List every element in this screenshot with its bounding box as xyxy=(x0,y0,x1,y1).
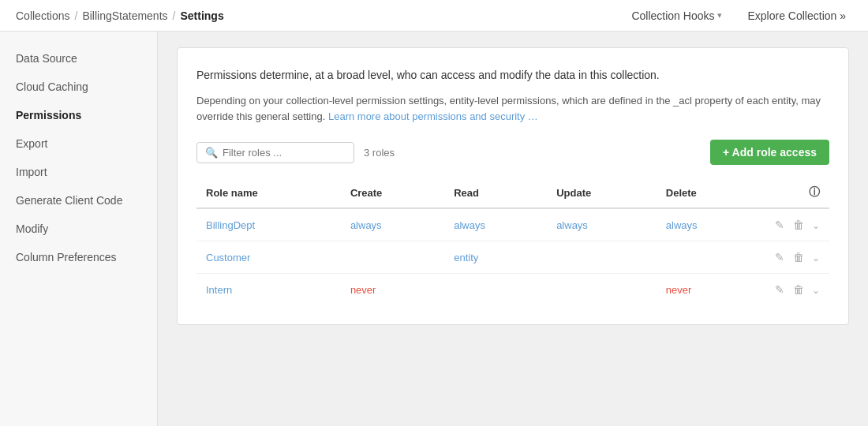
collection-hooks-btn[interactable]: Collection Hooks ▾ xyxy=(625,6,728,25)
search-icon: 🔍 xyxy=(205,147,218,159)
billingdept-actions: ✎ 🗑 ⌄ xyxy=(759,208,829,241)
desc-secondary: Depending on your collection-level permi… xyxy=(196,93,829,124)
billingdept-update: always xyxy=(547,208,657,241)
toolbar-left: 🔍 3 roles xyxy=(196,142,395,163)
sidebar: Data Source Cloud Caching Permissions Ex… xyxy=(0,32,158,426)
table-row: Customer entity ✎ 🗑 ⌄ xyxy=(196,241,829,274)
sidebar-item-cloud-caching[interactable]: Cloud Caching xyxy=(0,73,157,101)
main-layout: Data Source Cloud Caching Permissions Ex… xyxy=(0,32,868,426)
explore-collection-btn[interactable]: Explore Collection » xyxy=(741,6,852,25)
sidebar-item-data-source[interactable]: Data Source xyxy=(0,44,157,73)
delete-icon[interactable]: 🗑 xyxy=(793,219,804,231)
edit-icon[interactable]: ✎ xyxy=(775,283,784,296)
chevron-down-icon[interactable]: ⌄ xyxy=(812,285,820,296)
intern-update xyxy=(547,274,657,306)
breadcrumb-billingstatements[interactable]: BillingStatements xyxy=(82,9,167,22)
sep2: / xyxy=(173,9,176,22)
customer-update xyxy=(547,241,657,274)
breadcrumb-settings[interactable]: Settings xyxy=(180,9,223,22)
chevron-down-icon: ▾ xyxy=(717,10,722,21)
table-header: Role name Create Read Update Delete ⓘ xyxy=(196,178,829,208)
intern-delete: never xyxy=(657,274,759,306)
intern-actions: ✎ 🗑 ⌄ xyxy=(759,274,829,306)
filter-input-wrap: 🔍 xyxy=(196,142,354,163)
top-nav: Collections / BillingStatements / Settin… xyxy=(0,0,868,32)
billingdept-read: always xyxy=(444,208,547,241)
table-row: BillingDept always always always always … xyxy=(196,208,829,241)
intern-read xyxy=(444,274,547,306)
desc-main: Permissions determine, at a broad level,… xyxy=(196,67,829,84)
customer-delete xyxy=(657,241,759,274)
col-header-create: Create xyxy=(341,178,444,208)
breadcrumb-collections[interactable]: Collections xyxy=(16,9,69,22)
sidebar-item-permissions[interactable]: Permissions xyxy=(0,101,157,129)
add-role-access-button[interactable]: + Add role access xyxy=(710,140,829,165)
billingdept-create: always xyxy=(341,208,444,241)
intern-create: never xyxy=(341,274,444,306)
col-header-info: ⓘ xyxy=(759,178,829,208)
sidebar-item-column-preferences[interactable]: Column Preferences xyxy=(0,243,157,271)
edit-icon[interactable]: ✎ xyxy=(775,219,784,231)
sep1: / xyxy=(74,9,77,22)
role-name-customer: Customer xyxy=(196,241,341,274)
collection-hooks-label: Collection Hooks xyxy=(631,9,714,22)
sidebar-item-modify[interactable]: Modify xyxy=(0,215,157,243)
col-header-role-name: Role name xyxy=(196,178,341,208)
chevron-down-icon[interactable]: ⌄ xyxy=(812,252,820,263)
breadcrumb: Collections / BillingStatements / Settin… xyxy=(16,9,224,22)
sidebar-item-import[interactable]: Import xyxy=(0,158,157,186)
edit-icon[interactable]: ✎ xyxy=(775,251,784,263)
role-name-intern: Intern xyxy=(196,274,341,306)
sidebar-item-generate-client-code[interactable]: Generate Client Code xyxy=(0,186,157,215)
billingdept-delete: always xyxy=(657,208,759,241)
chevron-down-icon[interactable]: ⌄ xyxy=(812,220,820,231)
delete-icon[interactable]: 🗑 xyxy=(793,283,804,296)
permissions-card: Permissions determine, at a broad level,… xyxy=(177,47,849,325)
info-circle-icon: ⓘ xyxy=(809,185,820,198)
roles-count: 3 roles xyxy=(364,147,395,159)
filter-roles-input[interactable] xyxy=(223,147,346,159)
col-header-read: Read xyxy=(444,178,547,208)
sidebar-item-export[interactable]: Export xyxy=(0,129,157,158)
col-header-delete: Delete xyxy=(657,178,759,208)
role-name-billingdept: BillingDept xyxy=(196,208,341,241)
toolbar: 🔍 3 roles + Add role access xyxy=(196,140,829,165)
roles-table: Role name Create Read Update Delete ⓘ Bi… xyxy=(196,178,829,305)
customer-actions: ✎ 🗑 ⌄ xyxy=(759,241,829,274)
table-body: BillingDept always always always always … xyxy=(196,208,829,305)
delete-icon[interactable]: 🗑 xyxy=(793,251,804,263)
col-header-update: Update xyxy=(547,178,657,208)
customer-read: entity xyxy=(444,241,547,274)
learn-more-link[interactable]: Learn more about permissions and securit… xyxy=(328,110,538,122)
content-area: Permissions determine, at a broad level,… xyxy=(158,32,868,426)
explore-collection-label: Explore Collection » xyxy=(747,9,846,22)
customer-create xyxy=(341,241,444,274)
table-row: Intern never never ✎ 🗑 ⌄ xyxy=(196,274,829,306)
top-nav-right: Collection Hooks ▾ Explore Collection » xyxy=(625,6,852,25)
